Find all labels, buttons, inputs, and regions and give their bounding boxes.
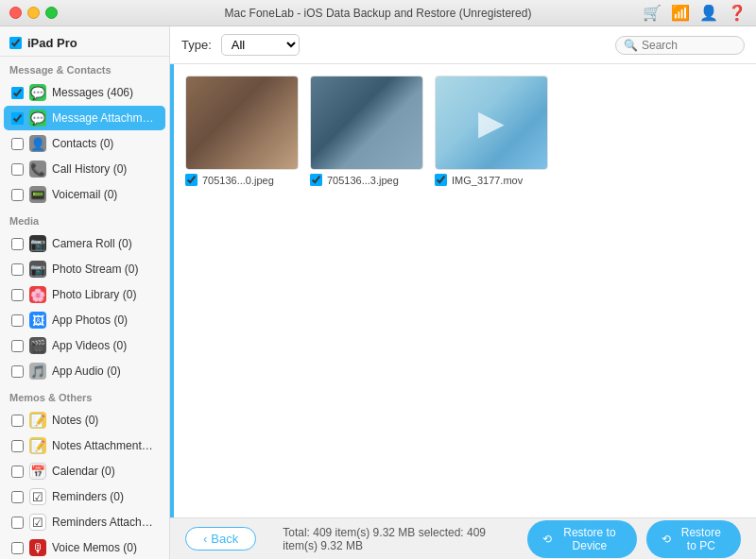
wifi-icon: 📶: [671, 4, 690, 22]
call-history-checkbox[interactable]: [11, 163, 24, 176]
sidebar-item-voice-memos[interactable]: 🎙 Voice Memos (0): [4, 535, 165, 559]
voicemail-checkbox[interactable]: [11, 189, 24, 201]
message-attachments-label: Message Attachment...: [52, 111, 158, 125]
back-chevron-icon: ‹: [203, 532, 207, 546]
reminders-attachments-label: Reminders Attachme...: [52, 516, 158, 529]
sidebar-item-app-audio[interactable]: 🎵 App Audio (0): [4, 359, 165, 383]
media-thumbnail-1[interactable]: [185, 76, 299, 170]
contacts-checkbox[interactable]: [11, 138, 24, 150]
search-input[interactable]: [642, 39, 736, 52]
notes-label: Notes (0): [52, 414, 98, 427]
sidebar: iPad Pro Message & Contacts 💬 Messages (…: [0, 26, 170, 559]
media-checkbox-2[interactable]: [310, 174, 322, 186]
app-videos-icon: 🎬: [29, 337, 46, 354]
media-checkbox-3[interactable]: [435, 174, 447, 186]
voice-memos-icon: 🎙: [29, 539, 46, 556]
toolbar: Type: All Image Video Audio 🔍: [170, 26, 756, 64]
window-title: Mac FoneLab - iOS Data Backup and Restor…: [225, 7, 532, 20]
window-controls: [9, 7, 58, 19]
sidebar-item-reminders[interactable]: ☑ Reminders (0): [4, 484, 165, 509]
close-button[interactable]: [9, 7, 22, 19]
media-item: ▶ IMG_3177.mov: [435, 76, 548, 186]
call-history-icon: 📞: [29, 161, 46, 178]
app-photos-checkbox[interactable]: [11, 314, 24, 327]
device-header: iPad Pro: [0, 26, 169, 57]
user-icon[interactable]: 👤: [699, 4, 718, 22]
sidebar-section-memos-others: Memos & Others 📝 Notes (0) 📝 Notes Attac…: [0, 384, 169, 559]
reminders-attachments-checkbox[interactable]: [11, 517, 24, 529]
message-attachments-icon: 💬: [29, 110, 46, 127]
sidebar-item-reminders-attachments[interactable]: ☑ Reminders Attachme...: [4, 510, 165, 534]
help-icon[interactable]: ❓: [728, 4, 747, 22]
photo-library-icon: 🌸: [29, 286, 46, 303]
camera-roll-label: Camera Roll (0): [52, 237, 132, 250]
sidebar-item-call-history[interactable]: 📞 Call History (0): [4, 157, 165, 181]
contacts-label: Contacts (0): [52, 137, 113, 150]
media-checkbox-1[interactable]: [185, 174, 198, 186]
play-icon: ▶: [478, 103, 505, 143]
reminders-checkbox[interactable]: [11, 491, 24, 503]
app-videos-checkbox[interactable]: [11, 340, 24, 352]
app-audio-icon: 🎵: [29, 363, 46, 380]
media-checkbox-row-2: 705136...3.jpeg: [310, 174, 399, 186]
sidebar-item-photo-library[interactable]: 🌸 Photo Library (0): [4, 282, 165, 307]
type-select[interactable]: All Image Video Audio: [221, 34, 300, 56]
message-attachments-checkbox[interactable]: [11, 112, 24, 125]
notes-checkbox[interactable]: [11, 415, 24, 427]
search-icon: 🔍: [624, 39, 638, 52]
sidebar-item-app-videos[interactable]: 🎬 App Videos (0): [4, 333, 165, 358]
section-label-media: Media: [0, 208, 169, 230]
type-label: Type:: [181, 38, 212, 52]
maximize-button[interactable]: [45, 7, 58, 19]
title-bar: Mac FoneLab - iOS Data Backup and Restor…: [0, 0, 756, 26]
photo-library-checkbox[interactable]: [11, 289, 24, 301]
app-audio-checkbox[interactable]: [11, 365, 24, 378]
media-filename-2: 705136...3.jpeg: [327, 175, 399, 186]
calendar-checkbox[interactable]: [11, 466, 24, 478]
thumbnail-image-1: [186, 76, 298, 169]
sidebar-item-camera-roll[interactable]: 📷 Camera Roll (0): [4, 231, 165, 256]
voice-memos-checkbox[interactable]: [11, 542, 24, 554]
sidebar-item-contacts[interactable]: 👤 Contacts (0): [4, 131, 165, 156]
cart-icon[interactable]: 🛒: [643, 4, 662, 22]
sidebar-item-messages[interactable]: 💬 Messages (406): [4, 80, 165, 105]
sidebar-item-message-attachments[interactable]: 💬 Message Attachment...: [4, 106, 165, 130]
media-thumbnail-3[interactable]: ▶: [435, 76, 548, 170]
back-button[interactable]: ‹ Back: [185, 527, 256, 551]
sidebar-item-notes-attachments[interactable]: 📝 Notes Attachments (0): [4, 433, 165, 458]
sidebar-item-app-photos[interactable]: 🖼 App Photos (0): [4, 308, 165, 332]
sidebar-item-voicemail[interactable]: 📟 Voicemail (0): [4, 182, 165, 207]
restore-pc-label: Restore to PC: [677, 526, 726, 552]
media-grid: 705136...0.jpeg 705136...3.jpeg: [174, 64, 756, 517]
section-label-memos-others: Memos & Others: [0, 384, 169, 407]
status-text: Total: 409 item(s) 9.32 MB selected: 409…: [283, 526, 516, 552]
sidebar-item-photo-stream[interactable]: 📷 Photo Stream (0): [4, 257, 165, 281]
calendar-label: Calendar (0): [52, 465, 115, 478]
section-label-message-contacts: Message & Contacts: [0, 57, 169, 79]
camera-roll-checkbox[interactable]: [11, 238, 24, 250]
voicemail-label: Voicemail (0): [52, 188, 117, 201]
media-filename-3: IMG_3177.mov: [452, 175, 523, 186]
titlebar-icons: 🛒 📶 👤 ❓: [643, 4, 747, 22]
minimize-button[interactable]: [27, 7, 40, 19]
photo-library-label: Photo Library (0): [52, 288, 136, 301]
voicemail-icon: 📟: [29, 186, 46, 203]
media-thumbnail-2[interactable]: [310, 76, 423, 170]
device-checkbox[interactable]: [9, 37, 22, 49]
thumbnail-video-3: ▶: [436, 76, 547, 169]
sidebar-item-notes[interactable]: 📝 Notes (0): [4, 408, 165, 432]
app-photos-icon: 🖼: [29, 312, 46, 329]
media-item: 705136...0.jpeg: [185, 76, 299, 186]
thumbnail-image-2: [311, 76, 422, 169]
restore-to-pc-button[interactable]: ⟲ Restore to PC: [646, 520, 741, 558]
photo-stream-checkbox[interactable]: [11, 263, 24, 276]
main-content: Type: All Image Video Audio 🔍: [170, 26, 756, 559]
restore-to-device-button[interactable]: ⟲ Restore to Device: [527, 520, 636, 558]
reminders-icon: ☑: [29, 488, 46, 505]
sidebar-item-calendar[interactable]: 📅 Calendar (0): [4, 459, 165, 483]
app-body: iPad Pro Message & Contacts 💬 Messages (…: [0, 26, 756, 559]
notes-attachments-checkbox[interactable]: [11, 440, 24, 452]
photo-stream-icon: 📷: [29, 261, 46, 278]
messages-checkbox[interactable]: [11, 87, 24, 99]
camera-roll-icon: 📷: [29, 235, 46, 252]
